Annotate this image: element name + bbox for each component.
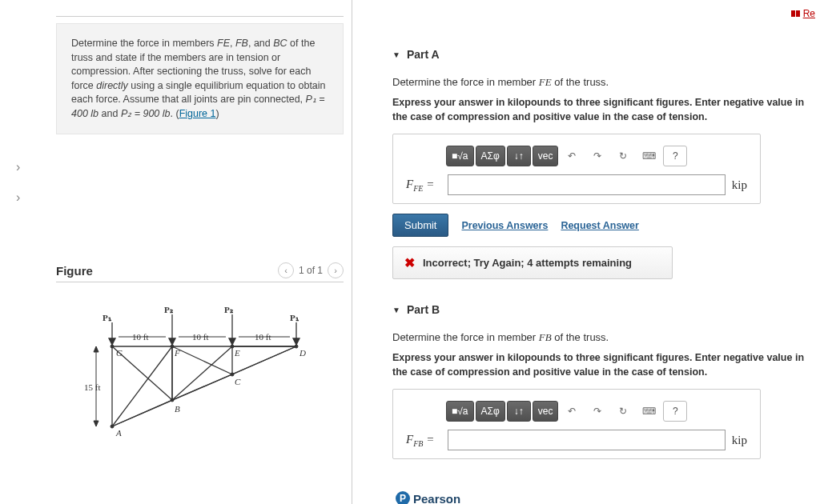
vector-button[interactable]: vec — [533, 146, 559, 166]
svg-text:C: C — [235, 377, 241, 386]
svg-marker-15 — [109, 338, 115, 345]
svg-point-26 — [111, 425, 114, 428]
pearson-icon: P — [396, 491, 410, 504]
svg-marker-21 — [293, 338, 299, 345]
part-a-lhs: FFE = — [406, 178, 441, 193]
part-a-toggle[interactable]: ▼ Part A — [392, 48, 820, 61]
undo-button[interactable]: ↶ — [560, 401, 584, 422]
part-b-title: Part B — [407, 303, 440, 316]
part-a-unit: kip — [732, 178, 747, 192]
figure-page-count: 1 of 1 — [299, 265, 323, 276]
bars-icon — [791, 10, 800, 17]
part-b-toggle[interactable]: ▼ Part B — [392, 303, 820, 316]
figure-pager: ‹ 1 of 1 › — [278, 262, 344, 278]
keyboard-button[interactable]: ⌨ — [637, 401, 661, 422]
template-button[interactable]: ■√a — [446, 401, 474, 422]
feedback-box: ✖ Incorrect; Try Again; 4 attempts remai… — [392, 246, 673, 279]
svg-marker-19 — [229, 338, 235, 345]
svg-line-10 — [172, 374, 232, 400]
svg-line-13 — [172, 346, 232, 400]
part-b-instructions: Express your answer in kilopounds to thr… — [392, 351, 820, 379]
svg-line-12 — [112, 346, 172, 426]
nav-rail: › › — [0, 0, 48, 504]
figure-title: Figure — [56, 264, 93, 278]
reset-button[interactable]: ↻ — [611, 146, 635, 166]
figure-next-button[interactable]: › — [328, 262, 344, 278]
redo-button[interactable]: ↷ — [585, 146, 609, 166]
pearson-logo: P Pearson — [396, 491, 460, 504]
svg-line-6 — [172, 346, 232, 374]
svg-point-27 — [171, 398, 174, 402]
vector-button[interactable]: vec — [533, 401, 559, 422]
left-panel: Determine the force in members FE, FB, a… — [48, 0, 352, 504]
svg-marker-46 — [94, 421, 98, 426]
submit-button[interactable]: Submit — [392, 214, 448, 237]
caret-down-icon: ▼ — [392, 50, 400, 59]
right-panel: Re ▼ Part A Determine the force in membe… — [352, 0, 820, 504]
subscript-button[interactable]: ↓↑ — [507, 146, 531, 166]
part-b: ▼ Part B Determine the force in member F… — [392, 303, 820, 459]
svg-text:D: D — [299, 348, 306, 358]
svg-point-24 — [231, 345, 234, 348]
subscript-button[interactable]: ↓↑ — [507, 401, 531, 422]
svg-marker-17 — [169, 338, 175, 345]
svg-line-11 — [232, 346, 296, 374]
svg-text:E: E — [234, 348, 240, 358]
part-a-instructions: Express your answer in kilopounds to thr… — [392, 96, 820, 124]
help-button[interactable]: ? — [663, 401, 687, 422]
svg-point-23 — [171, 345, 174, 348]
figure-header: Figure ‹ 1 of 1 › — [56, 262, 344, 282]
svg-text:F: F — [174, 348, 180, 358]
svg-text:P₁: P₁ — [290, 313, 299, 322]
problem-statement: Determine the force in members FE, FB, a… — [56, 23, 344, 134]
part-b-unit: kip — [732, 434, 747, 447]
help-button[interactable]: ? — [663, 146, 687, 166]
nav-prev-icon[interactable]: › — [0, 160, 47, 174]
figure-prev-button[interactable]: ‹ — [278, 262, 294, 278]
part-a: ▼ Part A Determine the force in member F… — [392, 48, 820, 279]
template-button[interactable]: ■√a — [446, 146, 474, 166]
svg-text:P₂: P₂ — [164, 305, 173, 314]
svg-text:B: B — [175, 404, 180, 414]
svg-text:P₁: P₁ — [102, 313, 112, 322]
nav-next-icon[interactable]: › — [0, 190, 47, 205]
equation-toolbar-b: ■√a ΑΣφ ↓↑ vec ↶ ↷ ↻ ⌨ ? — [446, 401, 747, 422]
review-link[interactable]: Re — [791, 8, 815, 19]
undo-button[interactable]: ↶ — [560, 146, 584, 166]
equation-toolbar: ■√a ΑΣφ ↓↑ vec ↶ ↷ ↻ ⌨ ? — [446, 146, 747, 166]
svg-point-28 — [231, 373, 234, 376]
part-b-input[interactable] — [448, 430, 726, 450]
caret-down-icon: ▼ — [392, 306, 400, 314]
figure-link[interactable]: Figure 1 — [179, 108, 216, 119]
symbols-button[interactable]: ΑΣφ — [476, 146, 505, 166]
svg-line-9 — [112, 400, 172, 426]
part-a-title: Part A — [407, 48, 440, 61]
part-a-answer-box: ■√a ΑΣφ ↓↑ vec ↶ ↷ ↻ ⌨ ? FFE = kip — [392, 134, 761, 204]
feedback-message: Incorrect; Try Again; 4 attempts remaini… — [423, 257, 632, 269]
part-b-answer-box: ■√a ΑΣφ ↓↑ vec ↶ ↷ ↻ ⌨ ? FFB = kip — [392, 389, 761, 459]
svg-point-22 — [111, 345, 114, 348]
truss-figure: P₁ P₂ P₂ P₁ 10 ft 10 ft 10 ft 15 ft G F … — [56, 298, 344, 442]
svg-text:G: G — [116, 348, 123, 358]
part-b-prompt: Determine the force in member FB of the … — [392, 330, 820, 345]
redo-button[interactable]: ↷ — [585, 401, 609, 422]
part-a-input[interactable] — [448, 174, 726, 195]
svg-text:P₂: P₂ — [224, 305, 233, 314]
keyboard-button[interactable]: ⌨ — [637, 146, 661, 166]
part-a-prompt: Determine the force in member FE of the … — [392, 75, 820, 90]
part-b-lhs: FFB = — [406, 433, 441, 448]
svg-point-25 — [295, 345, 298, 348]
reset-button[interactable]: ↻ — [611, 401, 635, 422]
incorrect-icon: ✖ — [404, 255, 415, 270]
previous-answers-link[interactable]: Previous Answers — [461, 220, 548, 231]
request-answer-link[interactable]: Request Answer — [561, 220, 638, 231]
svg-text:15 ft: 15 ft — [84, 382, 100, 392]
svg-text:A: A — [115, 428, 122, 438]
symbols-button[interactable]: ΑΣφ — [476, 401, 505, 422]
svg-marker-45 — [94, 346, 98, 352]
